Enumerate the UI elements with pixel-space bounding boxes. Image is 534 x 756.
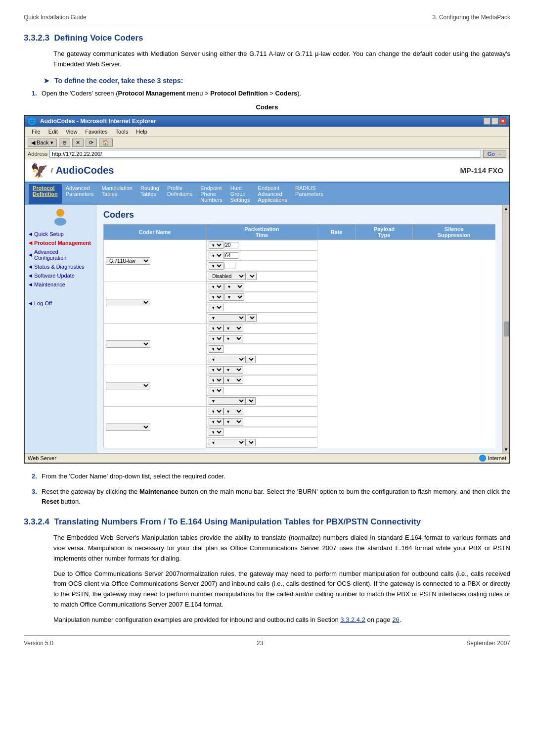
nav-bar: ProtocolDefinition AdvancedParameters Ma… bbox=[25, 183, 509, 205]
close-btn[interactable]: ✕ bbox=[499, 118, 506, 125]
pack-val-4[interactable]: ▾ bbox=[223, 366, 243, 374]
footer-center: 23 bbox=[257, 640, 263, 647]
coder-name-cell[interactable]: G.711U-law G.711A-law G.729 G.723 bbox=[104, 240, 206, 282]
menu-help[interactable]: Help bbox=[132, 128, 151, 136]
menu-edit[interactable]: Edit bbox=[44, 128, 62, 136]
payload-input-1[interactable] bbox=[224, 263, 235, 269]
browser-toolbar: ◀ Back ▾ ⊖ ✕ ⟳ 🏠 bbox=[25, 137, 509, 149]
scrollbar-thumb[interactable] bbox=[504, 322, 509, 336]
pack-sel-4[interactable]: ▾ bbox=[209, 366, 223, 374]
section-323: 3.3.2.3 Defining Voice Coders The gatewa… bbox=[24, 33, 510, 507]
silence-select-1[interactable]: DisabledEnabled bbox=[209, 273, 246, 280]
silence-lv-4[interactable]: ▾ bbox=[246, 397, 256, 405]
payload-sel-4[interactable]: ▾ bbox=[209, 387, 223, 394]
section-324-body3: Manipulation number configuration exampl… bbox=[53, 615, 510, 625]
rate-sel-2[interactable]: ▾ bbox=[209, 293, 223, 301]
section-324-body1: The Embedded Web Server's Manipulation t… bbox=[53, 533, 510, 564]
status-internet: 🌐 Internet bbox=[479, 455, 506, 462]
restore-btn[interactable]: □ bbox=[491, 118, 498, 125]
rate-select-1[interactable]: ▾ bbox=[209, 252, 223, 259]
nav-protocol-definition[interactable]: ProtocolDefinition bbox=[29, 184, 62, 204]
rate-val-3[interactable]: ▾ bbox=[223, 335, 243, 342]
forward-btn[interactable]: ⊖ bbox=[59, 139, 70, 147]
silence-lv-5[interactable]: ▾ bbox=[246, 439, 256, 446]
nav-endpoint-phone[interactable]: EndpointPhoneNumbers bbox=[196, 184, 226, 204]
home-btn[interactable]: 🏠 bbox=[99, 139, 113, 147]
nav-advanced-params[interactable]: AdvancedParameters bbox=[62, 184, 98, 204]
rate-val-5[interactable]: ▾ bbox=[223, 418, 243, 425]
packetization-input-1[interactable] bbox=[224, 242, 238, 248]
coder-name-select-4[interactable] bbox=[106, 382, 150, 389]
stop-btn[interactable]: ✕ bbox=[72, 139, 84, 147]
silence-lv-2[interactable]: ▾ bbox=[247, 314, 257, 322]
menu-favorites[interactable]: Favorites bbox=[81, 128, 111, 136]
menu-file[interactable]: File bbox=[28, 128, 44, 136]
ac-logo: 🦅 i AudioCodes bbox=[31, 162, 114, 179]
arrow-step: To define the coder, take these 3 steps: bbox=[44, 77, 510, 85]
table-row: ▾▾ ▾▾ ▾ ▾▾ bbox=[104, 365, 495, 406]
silence-sel-4[interactable]: ▾ bbox=[209, 397, 246, 405]
browser-controls[interactable]: _ □ ✕ bbox=[484, 118, 506, 125]
rate-sel-4[interactable]: ▾ bbox=[209, 377, 223, 384]
back-btn[interactable]: ◀ Back ▾ bbox=[28, 139, 57, 147]
sidebar-advanced-config[interactable]: ◀ Advanced Configuration bbox=[25, 247, 96, 262]
sidebar-status-diagnostics[interactable]: ◀ Status & Diagnostics bbox=[25, 262, 96, 271]
rate-sel-5[interactable]: ▾ bbox=[209, 418, 223, 425]
packetization-select-1[interactable]: ▾ bbox=[209, 241, 223, 249]
coder-name-select[interactable]: G.711U-law G.711A-law G.729 G.723 bbox=[106, 257, 150, 265]
sidebar-log-off[interactable]: ◀ Log Off bbox=[25, 299, 96, 308]
sidebar-protocol-management[interactable]: ◀ Protocol Management bbox=[25, 238, 96, 247]
sidebar-maintenance[interactable]: ◀ Maintenance bbox=[25, 280, 96, 289]
payload-sel-3[interactable]: ▾ bbox=[209, 345, 223, 353]
footer-left: Version 5.0 bbox=[24, 640, 53, 647]
audiocodes-bird-icon: 🦅 bbox=[31, 162, 48, 179]
coder-name-select-3[interactable] bbox=[106, 340, 150, 348]
menu-tools[interactable]: Tools bbox=[112, 128, 133, 136]
rate-val-2[interactable]: ▾ bbox=[224, 293, 244, 301]
nav-profile-defs[interactable]: ProfileDefinitions bbox=[163, 184, 196, 204]
nav-hunt-group[interactable]: HuntGroupSettings bbox=[226, 184, 254, 204]
scrollbar-vertical[interactable]: ▲ ▼ bbox=[502, 205, 509, 453]
coder-name-select-5[interactable] bbox=[106, 424, 150, 431]
payload-select-1[interactable]: ▾ bbox=[209, 262, 223, 270]
nav-endpoint-advanced[interactable]: EndpointAdvancedApplications bbox=[254, 184, 291, 204]
address-bar-row: Address Go → bbox=[25, 149, 509, 159]
rate-input-1[interactable] bbox=[224, 252, 238, 259]
nav-manipulation-tables[interactable]: ManipulationTables bbox=[98, 184, 136, 204]
silence-lv-3[interactable]: ▾ bbox=[246, 356, 256, 363]
pack-sel-2[interactable]: ▾ bbox=[209, 283, 223, 290]
nav-routing-tables[interactable]: RoutingTables bbox=[136, 184, 163, 204]
coder-name-select-2[interactable]: G.711U-law bbox=[106, 299, 150, 306]
step-1: 1. Open the 'Coders' screen (Protocol Ma… bbox=[24, 89, 510, 99]
silence-sel-3[interactable]: ▾ bbox=[209, 356, 246, 363]
browser-title: AudioCodes - Microsoft Internet Explorer bbox=[40, 118, 156, 125]
sidebar-software-update[interactable]: ◀ Software Update bbox=[25, 271, 96, 280]
rate-val-4[interactable]: ▾ bbox=[223, 377, 243, 384]
silence-level-1[interactable]: ▾ bbox=[247, 273, 257, 280]
menu-view[interactable]: View bbox=[62, 128, 82, 136]
section-323-heading: 3.3.2.3 Defining Voice Coders bbox=[24, 33, 510, 43]
nav-radius[interactable]: RADIUSParameters bbox=[291, 184, 327, 204]
sidebar-quick-setup[interactable]: ◀ Quick Setup bbox=[25, 230, 96, 238]
pack-sel-3[interactable]: ▾ bbox=[209, 325, 223, 332]
browser-icon: 🌐 bbox=[28, 117, 36, 125]
table-row: G.711U-law ▾▾ ▾▾ ▾ ▾▾ bbox=[104, 282, 495, 323]
silence-sel-2[interactable]: ▾ bbox=[209, 314, 246, 322]
pack-sel-5[interactable]: ▾ bbox=[209, 408, 223, 415]
section-link[interactable]: 3.3.2.4.2 bbox=[340, 616, 365, 623]
payload-sel-2[interactable]: ▾ bbox=[209, 304, 223, 311]
rate-sel-3[interactable]: ▾ bbox=[209, 335, 223, 342]
step-3: 3. Reset the gateway by clicking the Mai… bbox=[24, 487, 510, 508]
pack-val-5[interactable]: ▾ bbox=[223, 408, 243, 415]
payload-sel-5[interactable]: ▾ bbox=[209, 428, 223, 436]
go-button[interactable]: Go → bbox=[483, 150, 506, 158]
silence-sel-5[interactable]: ▾ bbox=[209, 439, 246, 446]
table-row: ▾▾ ▾▾ ▾ ▾▾ bbox=[104, 323, 495, 365]
section-324: 3.3.2.4 Translating Numbers From / To E.… bbox=[24, 517, 510, 625]
address-input[interactable] bbox=[49, 150, 481, 158]
page-link[interactable]: 26 bbox=[392, 616, 399, 623]
pack-val-2[interactable]: ▾ bbox=[224, 283, 244, 290]
refresh-btn[interactable]: ⟳ bbox=[86, 139, 97, 147]
pack-val-3[interactable]: ▾ bbox=[223, 325, 243, 332]
minimize-btn[interactable]: _ bbox=[484, 118, 490, 125]
